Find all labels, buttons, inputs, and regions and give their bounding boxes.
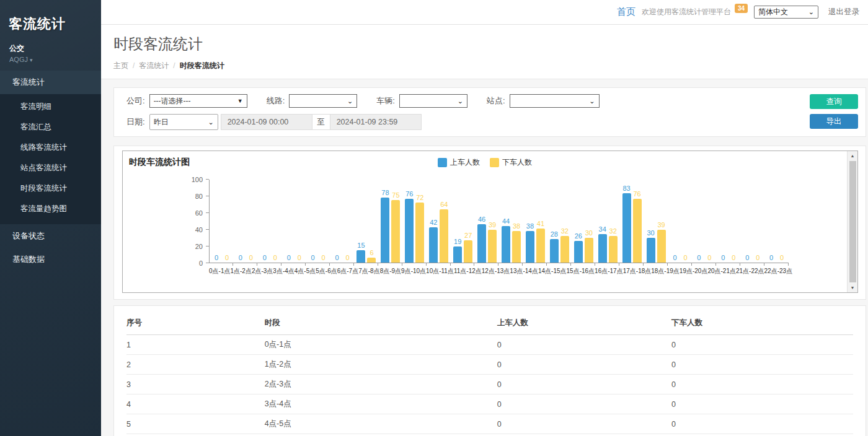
bar[interactable] (647, 238, 655, 263)
date-label: 日期: (126, 116, 145, 128)
x-axis-tick (378, 263, 402, 266)
org-name: 公交 (0, 33, 101, 54)
bar-group: 4264 (427, 180, 451, 263)
sidebar-section-2[interactable]: 基础数据 (0, 248, 101, 271)
legend-item[interactable]: 上车人数 (438, 157, 480, 168)
home-link[interactable]: 首页 (617, 6, 636, 18)
bar-column: 0 (719, 180, 727, 263)
language-select[interactable]: 简体中文⌄ (754, 6, 818, 19)
bar-column: 76 (405, 180, 414, 263)
table-cell: 0 (497, 434, 671, 436)
sidebar-item[interactable]: 时段客流统计 (0, 178, 101, 199)
chart-title: 时段车流统计图 (129, 157, 190, 168)
sidebar-item[interactable]: 线路客流统计 (0, 137, 101, 158)
bar-group: 2832 (547, 180, 572, 263)
bar[interactable] (550, 239, 559, 263)
bar-column: 38 (512, 180, 521, 263)
y-axis-tick (206, 229, 209, 230)
bar[interactable] (415, 203, 424, 263)
vertical-scrollbar[interactable]: ▲ ▼ (847, 151, 857, 292)
bar[interactable] (633, 199, 642, 263)
date-preset-select[interactable]: 昨日⌄ (149, 114, 218, 130)
bar[interactable] (657, 230, 666, 263)
bar[interactable] (464, 240, 472, 263)
bar[interactable] (429, 227, 438, 263)
org-code-dropdown[interactable]: AQGJ▾ (0, 54, 101, 71)
sidebar-item[interactable]: 客流量趋势图 (0, 199, 101, 219)
date-preset-value: 昨日 (154, 117, 169, 128)
bar[interactable] (405, 199, 414, 263)
bar-value-label: 44 (502, 218, 510, 225)
x-axis-label: 6点-7点 (337, 267, 358, 275)
table-panel: 序号时段上车人数下车人数 10点-1点0021点-2点0032点-3点0043点… (113, 305, 866, 436)
table-row: 43点-4点00 (126, 395, 853, 414)
sidebar-item[interactable]: 客流汇总 (0, 117, 101, 137)
bar-group: 3432 (596, 180, 620, 263)
bar[interactable] (536, 229, 545, 263)
bar[interactable] (367, 258, 376, 263)
bar[interactable] (356, 250, 365, 263)
export-button[interactable]: 导出 (810, 114, 858, 129)
line-select[interactable]: ⌄ (289, 94, 357, 108)
bar-value-label: 0 (780, 255, 784, 261)
x-axis-tick (668, 263, 692, 266)
vehicle-select[interactable]: ⌄ (399, 94, 467, 108)
y-axis-label: 80 (195, 193, 203, 200)
bar[interactable] (381, 198, 389, 263)
breadcrumb-item[interactable]: 客流统计 (139, 61, 169, 70)
notification-badge[interactable]: 34 (735, 4, 748, 13)
scroll-up-icon[interactable]: ▲ (851, 151, 855, 160)
bar-value-label: 34 (599, 226, 606, 233)
caret-down-icon: ▾ (30, 57, 33, 63)
bar-column: 44 (502, 180, 510, 263)
legend-item[interactable]: 下车人数 (490, 157, 532, 168)
scrollbar-thumb[interactable] (849, 161, 856, 282)
table-row: 21点-2点00 (126, 355, 853, 375)
company-select-value: ---请选择--- (154, 96, 191, 107)
x-axis-label: 20点-21点 (707, 267, 736, 275)
legend-label: 下车人数 (502, 157, 532, 168)
scroll-down-icon[interactable]: ▼ (851, 283, 855, 292)
bar[interactable] (453, 246, 462, 263)
company-select[interactable]: ---请选择---▼ (149, 94, 247, 108)
bar[interactable] (512, 231, 521, 263)
column-header: 下车人数 (671, 311, 853, 335)
date-from-input[interactable]: 2024-01-09 00:00 (221, 114, 312, 130)
sidebar-section-1[interactable]: 设备状态 (0, 224, 101, 248)
bar-value-label: 0 (215, 255, 218, 261)
table-cell: 3 (126, 375, 265, 395)
bar[interactable] (502, 226, 510, 263)
sidebar-item[interactable]: 客流明细 (0, 97, 101, 117)
bar-group: 00 (306, 180, 330, 263)
bar[interactable] (488, 230, 497, 263)
x-axis-tick (451, 263, 475, 266)
sidebar-item[interactable]: 站点客流统计 (0, 158, 101, 178)
breadcrumb-item: 时段客流统计 (180, 61, 224, 70)
bar[interactable] (477, 224, 486, 263)
station-select[interactable]: ⌄ (510, 94, 600, 108)
x-axis-tick (233, 263, 257, 266)
bar[interactable] (609, 236, 618, 263)
bar-value-label: 0 (239, 255, 242, 261)
x-axis-label: 0点-1点 (209, 267, 230, 275)
sidebar-section-0[interactable]: 客流统计 (0, 71, 101, 94)
bar[interactable] (598, 234, 607, 263)
date-to-input[interactable]: 2024-01-09 23:59 (330, 114, 422, 130)
topbar: 首页 欢迎使用客流统计管理平台 34 简体中文⌄ 退出登录 (101, 0, 868, 25)
bar-value-label: 0 (769, 255, 773, 261)
search-button[interactable]: 查询 (810, 94, 858, 109)
bar[interactable] (574, 241, 583, 263)
bar[interactable] (560, 236, 569, 263)
bar[interactable] (622, 193, 631, 263)
bar[interactable] (585, 238, 593, 263)
bar-column: 0 (271, 180, 280, 263)
bar[interactable] (440, 209, 448, 263)
breadcrumb-item[interactable]: 主页 (113, 61, 128, 70)
bar[interactable] (391, 200, 400, 263)
logout-link[interactable]: 退出登录 (828, 7, 859, 17)
bar-column: 0 (777, 180, 786, 263)
bar[interactable] (526, 231, 534, 263)
bar-column: 0 (681, 180, 689, 263)
x-axis-label: 19点-20点 (680, 267, 708, 275)
bar-group: 00 (258, 180, 282, 263)
